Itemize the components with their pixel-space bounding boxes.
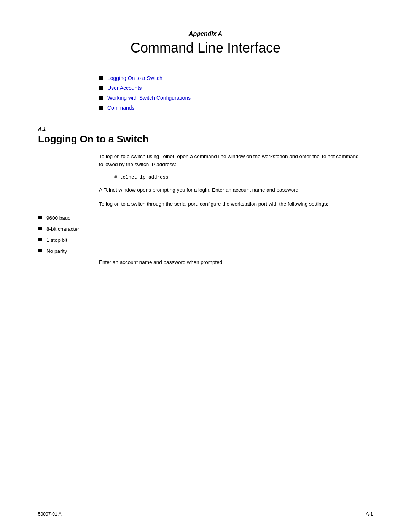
bullet-icon-stop [38,238,42,241]
header-section: Appendix A Command Line Interface [38,30,373,56]
para1-text: To log on to a switch using Telnet, open… [99,153,373,169]
toc-item-2: User Accounts [99,85,373,91]
bullet-baud-text: 9600 baud [46,214,71,222]
para3-text: To log on to a switch through the serial… [99,200,373,208]
toc-item-1: Logging On to a Switch [99,75,373,81]
section-a1-label: A.1 [38,126,373,132]
para2-text: A Telnet window opens prompting you for … [99,186,373,194]
bullet-icon-1 [99,76,103,80]
toc-link-user-accounts[interactable]: User Accounts [107,85,142,91]
bullet-item-stop: 1 stop bit [38,236,373,244]
settings-list: 9600 baud 8-bit character 1 stop bit No … [38,214,373,256]
bullet-icon-2 [99,86,103,90]
para1-block: To log on to a switch using Telnet, open… [99,153,373,169]
para3-block: To log on to a switch through the serial… [99,200,373,208]
appendix-label: Appendix A [38,30,373,37]
footer: 59097-01 A A-1 [38,511,373,517]
page-container: Appendix A Command Line Interface Loggin… [0,0,411,532]
toc-link-commands[interactable]: Commands [107,105,135,111]
bullet-parity-text: No parity [46,248,67,256]
toc-link-logging-on[interactable]: Logging On to a Switch [107,75,162,81]
section-a1-heading: Logging On to a Switch [38,133,373,145]
bullet-icon-baud [38,216,42,219]
bullet-icon-parity [38,249,42,252]
bullet-item-baud: 9600 baud [38,214,373,222]
section-a1: A.1 Logging On to a Switch To log on to … [38,126,373,266]
code-block-container: # telnet ip_address [99,175,373,180]
bullet-icon-char [38,227,42,230]
bullet-item-char: 8-bit character [38,225,373,233]
code-block: # telnet ip_address [114,175,373,180]
bullet-char-text: 8-bit character [46,225,79,233]
bullet-stop-text: 1 stop bit [46,236,67,244]
bullet-icon-3 [99,96,103,100]
bullet-icon-4 [99,106,103,110]
chapter-title: Command Line Interface [38,40,373,56]
para2-block: A Telnet window opens prompting you for … [99,186,373,194]
toc-link-working-configs[interactable]: Working with Switch Configurations [107,95,191,101]
bullet-item-parity: No parity [38,248,373,256]
toc-section: Logging On to a Switch User Accounts Wor… [99,75,373,111]
footer-left: 59097-01 A [38,511,61,517]
toc-item-4: Commands [99,105,373,111]
para4-text: Enter an account name and password when … [99,259,373,267]
footer-right: A-1 [366,511,373,517]
toc-item-3: Working with Switch Configurations [99,95,373,101]
para4-block: Enter an account name and password when … [99,259,373,267]
footer-divider [38,505,373,505]
